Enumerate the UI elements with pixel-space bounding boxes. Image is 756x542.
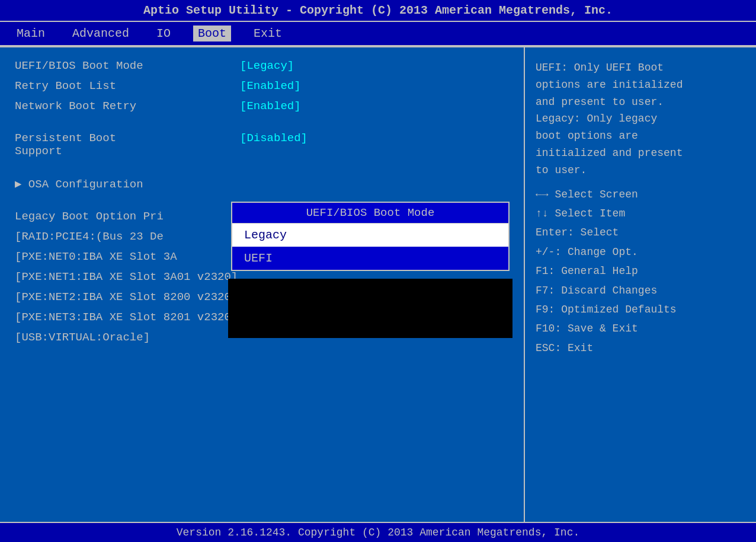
key-f10-save: F10: Save & Exit: [536, 319, 745, 338]
value-persistent-boot-support: [Disabled]: [240, 132, 307, 145]
bottom-bar: Version 2.16.1243. Copyright (C) 2013 Am…: [0, 522, 756, 542]
title-text: Aptio Setup Utility - Copyright (C) 2013…: [143, 4, 613, 17]
key-enter-select: Enter: Select: [536, 223, 745, 242]
bottom-text: Version 2.16.1243. Copyright (C) 2013 Am…: [177, 527, 580, 538]
popup-title: UEFI/BIOS Boot Mode: [232, 203, 508, 224]
setting-osa-configuration[interactable]: OSA Configuration: [15, 177, 509, 191]
key-f7-discard: F7: Discard Changes: [536, 281, 745, 300]
nav-bar: Main Advanced IO Boot Exit: [0, 22, 756, 46]
popup-item-uefi[interactable]: UEFI: [232, 247, 508, 270]
key-select-item: ↑↓ Select Item: [536, 204, 745, 223]
label-retry-boot-list: Retry Boot List: [15, 79, 240, 93]
label-pxe-net0: [PXE:NET0:IBA XE Slot 3A: [15, 250, 240, 263]
label-persistent-boot-support: Persistent BootSupport: [15, 132, 240, 158]
title-bar: Aptio Setup Utility - Copyright (C) 2013…: [0, 0, 756, 22]
help-description: UEFI: Only UEFI Boot options are initial…: [536, 59, 745, 179]
nav-exit[interactable]: Exit: [249, 25, 287, 42]
label-raid-pcie4: [RAID:PCIE4:(Bus 23 De: [15, 230, 240, 243]
key-change-opt: +/-: Change Opt.: [536, 243, 745, 262]
spacer-2: [15, 165, 509, 177]
nav-io[interactable]: IO: [152, 25, 175, 42]
label-uefi-bios-boot-mode: UEFI/BIOS Boot Mode: [15, 59, 240, 72]
key-help: ←→ Select Screen ↑↓ Select Item Enter: S…: [536, 185, 745, 358]
popup-box: UEFI/BIOS Boot Mode Legacy UEFI: [231, 202, 510, 271]
label-pxe-net3: [PXE:NET3:IBA XE Slot 8201 v2320]: [15, 311, 240, 324]
setting-persistent-boot-support[interactable]: Persistent BootSupport [Disabled]: [15, 132, 509, 158]
right-panel: UEFI: Only UEFI Boot options are initial…: [525, 47, 756, 522]
label-network-boot-retry: Network Boot Retry: [15, 100, 240, 113]
label-legacy-boot-option-pri: Legacy Boot Option Pri: [15, 210, 240, 223]
value-uefi-bios-boot-mode: [Legacy]: [240, 59, 294, 72]
key-f1-help: F1: General Help: [536, 262, 745, 280]
label-pxe-net2: [PXE:NET2:IBA XE Slot 8200 v2320]: [15, 291, 240, 304]
label-pxe-net1: [PXE:NET1:IBA XE Slot 3A01 v2320]: [15, 270, 240, 283]
key-f9-defaults: F9: Optimized Defaults: [536, 300, 745, 319]
popup-item-legacy[interactable]: Legacy: [232, 224, 508, 247]
label-usb-virtual-oracle: [USB:VIRTUAL:Oracle]: [15, 331, 240, 344]
key-esc-exit: ESC: Exit: [536, 339, 745, 358]
label-osa-configuration: OSA Configuration: [15, 177, 240, 191]
value-retry-boot-list: [Enabled]: [240, 79, 301, 93]
nav-boot[interactable]: Boot: [193, 25, 231, 42]
left-panel: UEFI/BIOS Boot Mode [Legacy] Retry Boot …: [0, 47, 525, 522]
bios-screen: Aptio Setup Utility - Copyright (C) 2013…: [0, 0, 756, 542]
spacer-1: [15, 120, 509, 132]
setting-network-boot-retry[interactable]: Network Boot Retry [Enabled]: [15, 100, 509, 113]
popup-black-bar: [228, 279, 512, 338]
key-select-screen: ←→ Select Screen: [536, 185, 745, 204]
value-network-boot-retry: [Enabled]: [240, 100, 301, 113]
nav-main[interactable]: Main: [12, 25, 50, 42]
popup-overlay: UEFI/BIOS Boot Mode Legacy UEFI: [231, 202, 510, 271]
nav-advanced[interactable]: Advanced: [68, 25, 134, 42]
setting-retry-boot-list[interactable]: Retry Boot List [Enabled]: [15, 79, 509, 93]
setting-uefi-bios-boot-mode[interactable]: UEFI/BIOS Boot Mode [Legacy]: [15, 59, 509, 72]
main-content: UEFI/BIOS Boot Mode [Legacy] Retry Boot …: [0, 46, 756, 522]
